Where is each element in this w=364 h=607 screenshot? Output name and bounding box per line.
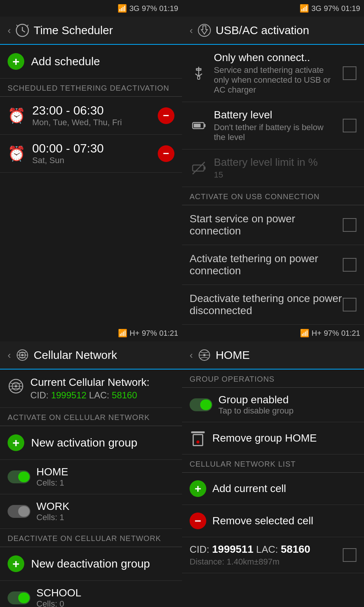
- wifi-icon-right: 📶: [300, 4, 309, 13]
- battery-icon: [190, 116, 208, 135]
- deactivation-section-header: SCHEDULED TETHERING DEACTIVATION: [0, 79, 182, 97]
- usb-back-arrow-icon[interactable]: ‹: [190, 25, 193, 36]
- time-right: 01:19: [341, 4, 360, 13]
- cell-lac-label: LAC:: [256, 544, 278, 555]
- cell-lac-value: 58160: [281, 543, 311, 555]
- cellular-back-icon[interactable]: ‹: [8, 349, 11, 361]
- cell-entry-item[interactable]: CID: 1999511 LAC: 58160 Distance: 1.40km…: [182, 537, 364, 573]
- top-status-bar: 📶 3G 97% 01:19 📶 3G 97% 01:19: [0, 0, 364, 17]
- school-group-cells: Cells: 0: [36, 599, 174, 607]
- cell-cid-label: CID:: [190, 544, 209, 555]
- home-group-item[interactable]: ✓ HOME Cells: 1: [0, 460, 182, 494]
- wifi-icon-left: 📶: [118, 4, 127, 13]
- wifi-bottom-right-icon: 📶: [300, 329, 309, 338]
- school-group-toggle[interactable]: ✓: [8, 591, 30, 604]
- cell-cid-value: 1999511: [212, 543, 253, 555]
- school-toggle-check-icon: ✓: [22, 594, 28, 602]
- home-screen: ‹ HOME GROUP OPERATIONS ✓ Group enabled …: [182, 341, 364, 607]
- time-bottom-right: 01:21: [341, 329, 360, 338]
- remove-selected-cell-item[interactable]: − Remove selected cell: [182, 505, 364, 537]
- school-group-info: SCHOOL Cells: 0: [36, 587, 174, 607]
- only-when-connect-checkbox[interactable]: [343, 66, 356, 80]
- deactivate-tethering-checkbox[interactable]: [343, 298, 356, 311]
- battery-bottom-left: 97%: [142, 329, 157, 338]
- schedule-days-1: Sat, Sun: [32, 156, 151, 165]
- battery-level-checkbox[interactable]: [343, 119, 356, 132]
- svg-line-12: [193, 162, 205, 174]
- time-bottom-left: 01:21: [159, 329, 178, 338]
- time-scheduler-icon: [16, 24, 29, 37]
- battery-right: 97%: [324, 4, 339, 13]
- current-network-item: Current Cellular Network: CID: 1999512 L…: [0, 370, 182, 408]
- activate-tethering-checkbox[interactable]: [343, 258, 356, 272]
- cell-entry-ids: CID: 1999511 LAC: 58160: [190, 543, 337, 555]
- remove-group-icon: [190, 430, 206, 447]
- add-current-cell-item[interactable]: + Add current cell: [182, 473, 364, 505]
- group-enabled-sublabel: Tap to disable group: [218, 406, 356, 416]
- home-group-toggle[interactable]: ✓: [8, 470, 30, 483]
- home-back-icon[interactable]: ‹: [190, 349, 193, 361]
- time-scheduler-screen: ‹ Time Scheduler + Add schedule SCHEDULE…: [0, 17, 182, 325]
- time-scheduler-header: ‹ Time Scheduler: [0, 17, 182, 45]
- school-group-item[interactable]: ✓ SCHOOL Cells: 0: [0, 581, 182, 607]
- home-group-name: HOME: [36, 466, 174, 478]
- usb-ac-icon: [198, 24, 211, 37]
- wifi-bottom-left-icon: 📶: [118, 329, 127, 338]
- usb-ac-screen: ‹ USB/AC activation Only when connect.. …: [182, 17, 364, 325]
- battery-limit-subtitle: 15: [214, 170, 356, 180]
- work-group-info: WORK Cells: 1: [36, 500, 174, 522]
- battery-bottom-right: 97%: [324, 329, 339, 338]
- remove-schedule-1[interactable]: −: [158, 145, 174, 162]
- cellular-network-screen: ‹ Cellular Network: [0, 341, 182, 607]
- back-arrow-icon[interactable]: ‹: [8, 25, 11, 36]
- new-deactivation-group-item[interactable]: + New deactivation group: [0, 547, 182, 581]
- battery-limit-text: Battery level limit in % 15: [214, 156, 356, 180]
- bottom-status-bar: 📶 H+ 97% 01:21 📶 H+ 97% 01:21: [0, 325, 364, 341]
- battery-level-title: Battery level: [214, 109, 337, 121]
- schedule-days-0: Mon, Tue, Wed, Thu, Fri: [32, 118, 151, 127]
- add-schedule-icon: +: [8, 53, 24, 70]
- deactivate-tethering-item[interactable]: Deactivate tethering once power disconne…: [182, 285, 364, 325]
- group-enabled-item[interactable]: ✓ Group enabled Tap to disable group: [182, 388, 364, 422]
- cellular-signal-icon: [8, 378, 24, 398]
- time-scheduler-title: Time Scheduler: [34, 24, 113, 37]
- add-schedule-item[interactable]: + Add schedule: [0, 45, 182, 79]
- status-left: 📶 3G 97% 01:19: [0, 0, 182, 17]
- schedule-item-1[interactable]: ⏰ 00:00 - 07:30 Sat, Sun −: [0, 135, 182, 173]
- signal-left: 3G: [129, 4, 140, 13]
- bottom-screens-row: ‹ Cellular Network: [0, 341, 364, 607]
- new-activation-group-item[interactable]: + New activation group: [0, 426, 182, 460]
- current-network-info: Current Cellular Network: CID: 1999512 L…: [30, 376, 174, 401]
- remove-schedule-0[interactable]: −: [158, 107, 174, 124]
- schedule-time-info-1: 00:00 - 07:30 Sat, Sun: [32, 142, 151, 165]
- svg-rect-9: [194, 124, 201, 127]
- start-service-checkbox[interactable]: [343, 218, 356, 232]
- home-toggle-check-icon: ✓: [22, 473, 28, 481]
- alarm-icon-1: ⏰: [8, 145, 25, 162]
- start-service-item[interactable]: Start service on power connection: [182, 205, 364, 245]
- only-when-connect-item[interactable]: Only when connect.. Service and tetherin…: [182, 45, 364, 102]
- school-group-name: SCHOOL: [36, 587, 174, 599]
- cell-entry-checkbox[interactable]: [343, 548, 356, 562]
- schedule-time-info-0: 23:00 - 06:30 Mon, Tue, Wed, Thu, Fri: [32, 104, 151, 127]
- group-enabled-toggle[interactable]: ✓: [190, 398, 212, 411]
- battery-level-item[interactable]: Battery level Don't tether if battery is…: [182, 102, 364, 149]
- battery-level-text: Battery level Don't tether if battery is…: [214, 109, 337, 142]
- status-right: 📶 3G 97% 01:19: [182, 0, 364, 17]
- new-deactivation-label: New deactivation group: [31, 557, 150, 570]
- work-group-item[interactable]: WORK Cells: 1: [0, 494, 182, 529]
- work-group-toggle[interactable]: [8, 505, 30, 518]
- work-group-knob: [18, 506, 30, 517]
- start-service-label: Start service on power connection: [190, 213, 343, 237]
- signal-bottom-right: H+: [312, 329, 322, 338]
- alarm-icon-0: ⏰: [8, 107, 25, 124]
- activate-tethering-item[interactable]: Activate tethering on power connection: [182, 245, 364, 285]
- cellular-header: ‹ Cellular Network: [0, 341, 182, 370]
- schedule-item-0[interactable]: ⏰ 23:00 - 06:30 Mon, Tue, Wed, Thu, Fri …: [0, 97, 182, 135]
- new-activation-plus-icon: +: [8, 434, 24, 451]
- remove-group-item[interactable]: Remove group HOME: [182, 422, 364, 454]
- battery-limit-item: Battery level limit in % 15: [182, 149, 364, 187]
- cell-entry-text: CID: 1999511 LAC: 58160 Distance: 1.40km…: [190, 543, 337, 567]
- work-group-name: WORK: [36, 500, 174, 513]
- schedule-time-1: 00:00 - 07:30: [32, 142, 151, 156]
